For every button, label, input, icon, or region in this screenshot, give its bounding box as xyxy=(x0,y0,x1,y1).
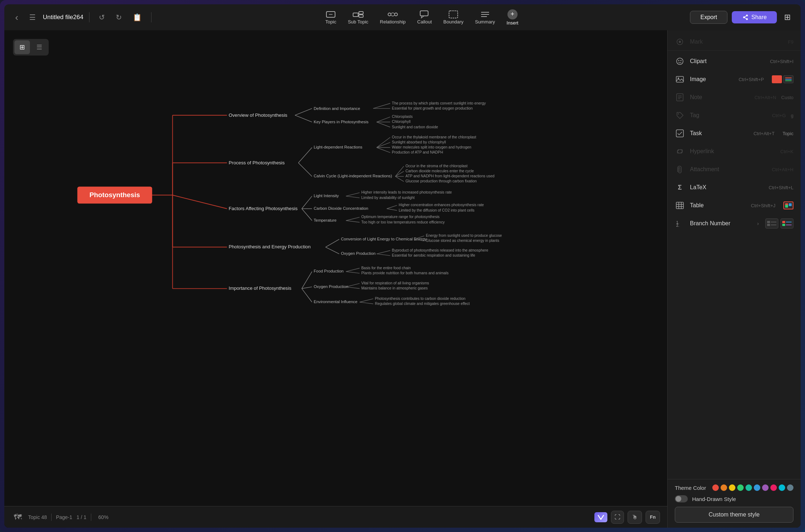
svg-line-80 xyxy=(346,221,360,222)
right-panel: Mark F9 Clipart Ctrl+Shift+I xyxy=(667,30,801,528)
svg-text:Sunlight and carbon dioxide: Sunlight and carbon dioxide xyxy=(392,125,438,129)
clipart-item[interactable]: Clipart Ctrl+Shift+I xyxy=(668,52,801,70)
color-cyan[interactable] xyxy=(779,484,785,491)
logo-mark[interactable] xyxy=(594,512,607,522)
attachment-item[interactable]: Attachment Ctrl+Alt+H xyxy=(668,160,801,178)
svg-line-106 xyxy=(302,287,312,289)
tool-subtopic-label: Sub Topic xyxy=(348,19,368,25)
color-grey[interactable] xyxy=(787,484,793,491)
svg-text:Factors Affecting Photosynthes: Factors Affecting Photosynthesis xyxy=(229,206,298,211)
mark-item[interactable]: Mark F9 xyxy=(668,33,801,50)
toolbar-tools: Topic Sub Topic Relationship Callout Bou… xyxy=(157,7,686,28)
svg-text:Conversion of Light Energy to : Conversion of Light Energy to Chemical E… xyxy=(341,237,427,241)
canvas[interactable]: ⊞ ☰ Photosynthesis Overview of Photosynt… xyxy=(4,30,667,528)
redo-button[interactable]: ↻ xyxy=(112,11,126,24)
svg-line-33 xyxy=(377,117,390,122)
svg-line-46 xyxy=(377,142,390,147)
clipart-label: Clipart xyxy=(690,58,765,65)
tool-relationship[interactable]: Relationship xyxy=(375,8,411,27)
fullscreen-button[interactable]: ⛶ xyxy=(611,511,624,524)
custom-theme-button[interactable]: Custom theme style xyxy=(675,507,793,523)
svg-text:Sunlight absorbed by chlorophy: Sunlight absorbed by chlorophyll xyxy=(392,140,446,144)
svg-text:Food Production: Food Production xyxy=(314,269,344,273)
svg-line-52 xyxy=(298,163,312,177)
grid-button[interactable]: ⊞ xyxy=(781,10,793,25)
tool-callout[interactable]: Callout xyxy=(412,8,437,27)
color-yellow[interactable] xyxy=(729,484,735,491)
svg-point-7 xyxy=(388,13,391,16)
hand-drawn-toggle[interactable] xyxy=(675,495,688,502)
view-toggle: ⊞ ☰ xyxy=(13,39,49,56)
color-green[interactable] xyxy=(737,484,744,491)
map-view-button[interactable]: ⊞ xyxy=(14,40,30,54)
tag-item[interactable]: Tag Ctrl+G g xyxy=(668,106,801,124)
tool-subtopic[interactable]: Sub Topic xyxy=(343,8,373,27)
export-button[interactable]: Export xyxy=(690,11,727,24)
svg-rect-9 xyxy=(420,11,428,16)
share-button[interactable]: Share xyxy=(732,11,777,23)
svg-text:Higher intensity leads to incr: Higher intensity leads to increased phot… xyxy=(361,191,452,195)
menu-button[interactable]: ☰ xyxy=(26,11,39,24)
file-title: Untitled file264 xyxy=(43,14,83,21)
svg-line-91 xyxy=(326,247,339,254)
image-item[interactable]: Image Ctrl+Shift+P xyxy=(668,70,801,88)
summary-icon xyxy=(480,10,490,18)
svg-rect-4 xyxy=(359,15,363,17)
svg-line-18 xyxy=(745,18,746,19)
svg-text:Water molecules split into oxy: Water molecules split into oxygen and hy… xyxy=(392,145,471,149)
note-item[interactable]: Note Ctrl+Alt+N Custo xyxy=(668,88,801,106)
svg-line-78 xyxy=(346,217,360,221)
attachment-label: Attachment xyxy=(690,166,767,173)
task-item[interactable]: Task Ctrl+Alt+T Topic xyxy=(668,124,801,142)
svg-text:Process of Photosynthesis: Process of Photosynthesis xyxy=(229,160,285,165)
svg-line-27 xyxy=(373,103,390,108)
theme-color-label: Theme Color xyxy=(675,485,706,491)
image-icon xyxy=(675,74,685,84)
latex-item[interactable]: Σ LaTeX Ctrl+Shift+L xyxy=(668,178,801,196)
logo-icon xyxy=(597,514,604,520)
color-blue[interactable] xyxy=(754,484,760,491)
svg-point-129 xyxy=(678,114,679,115)
tool-topic[interactable]: Topic xyxy=(320,8,341,27)
color-red[interactable] xyxy=(712,484,719,491)
topbar: ‹ ☰ Untitled file264 ↺ ↻ 📋 Topic Sub Top… xyxy=(4,4,801,30)
back-button[interactable]: ‹ xyxy=(12,10,22,25)
undo-button[interactable]: ↺ xyxy=(95,11,109,24)
table-icon xyxy=(675,200,685,210)
svg-line-60 xyxy=(395,176,404,181)
fn-button[interactable]: Fn xyxy=(646,511,660,524)
tool-summary[interactable]: Summary xyxy=(470,8,500,27)
svg-text:Chloroplasts: Chloroplasts xyxy=(392,115,413,119)
hand-drawn-row: Hand-Drawn Style xyxy=(675,495,793,502)
svg-text:Regulates global climate and m: Regulates global climate and mitigates g… xyxy=(375,302,470,306)
color-pink[interactable] xyxy=(770,484,777,491)
svg-line-31 xyxy=(295,115,312,122)
svg-text:Production of ATP and NADPH: Production of ATP and NADPH xyxy=(392,150,443,154)
table-style-icons xyxy=(783,201,793,209)
svg-point-8 xyxy=(395,13,397,16)
color-orange[interactable] xyxy=(721,484,727,491)
svg-line-74 xyxy=(387,209,397,210)
paste-button[interactable]: 📋 xyxy=(129,11,145,24)
map-icon-btn[interactable]: 🗺 xyxy=(12,510,24,524)
hyperlink-item[interactable]: Hyperlink Ctrl+K xyxy=(668,142,801,160)
tool-relationship-label: Relationship xyxy=(380,19,406,25)
table-item[interactable]: Table Ctrl+Shift+J xyxy=(668,196,801,214)
svg-line-112 xyxy=(302,289,312,302)
svg-text:Essential for plant growth and: Essential for plant growth and oxygen pr… xyxy=(392,106,473,110)
insert-button[interactable]: + Insert xyxy=(502,7,524,28)
tool-boundary[interactable]: Boundary xyxy=(438,8,469,27)
table-shortcut: Ctrl+Shift+J xyxy=(751,203,775,208)
zoom-level[interactable]: 60% xyxy=(96,513,111,522)
share-icon xyxy=(742,14,748,21)
branch-number-item[interactable]: 1.2. Branch Number › xyxy=(668,214,801,232)
svg-line-62 xyxy=(172,195,227,209)
table-label: Table xyxy=(690,202,746,209)
color-teal[interactable] xyxy=(745,484,752,491)
main-area: ⊞ ☰ Photosynthesis Overview of Photosynt… xyxy=(4,30,801,528)
list-view-button[interactable]: ☰ xyxy=(31,40,47,54)
mouse-settings-button[interactable]: 🖱 xyxy=(628,511,642,524)
latex-label: LaTeX xyxy=(690,184,764,191)
share-label: Share xyxy=(751,14,767,21)
color-purple[interactable] xyxy=(762,484,769,491)
